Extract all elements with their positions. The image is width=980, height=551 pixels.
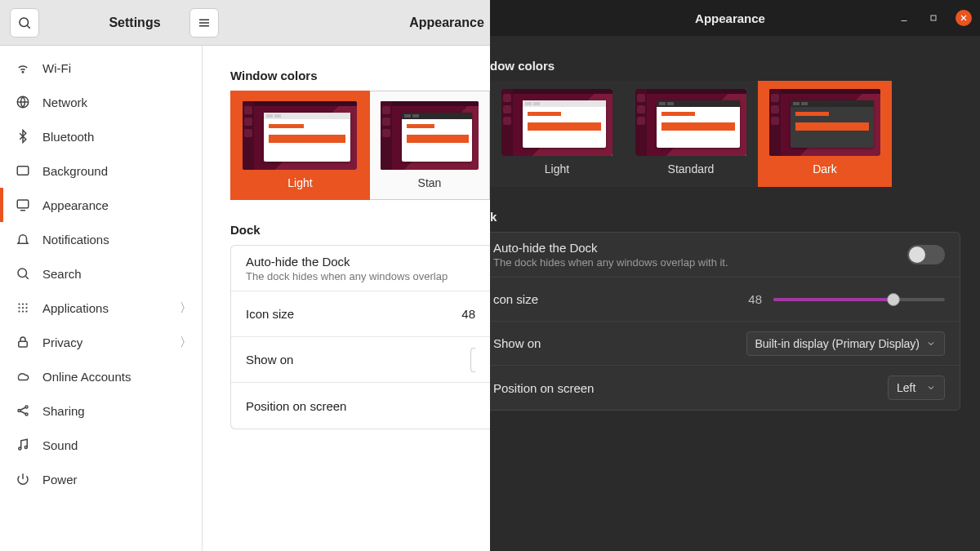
search-button[interactable]: [10, 8, 39, 38]
theme-option-standard[interactable]: Standard: [624, 81, 758, 187]
theme-thumbnail: [243, 101, 357, 170]
sidebar-item-label: Power: [42, 473, 192, 487]
settings-window-dark: Appearance dow colors Light: [490, 0, 980, 551]
svg-point-17: [25, 307, 27, 309]
sidebar-item-search[interactable]: Search: [0, 256, 202, 291]
sidebar-item-label: Applications: [42, 301, 168, 315]
position-select[interactable]: Left: [888, 375, 945, 400]
sidebar-item-label: Network: [42, 96, 192, 109]
appearance-icon: [15, 197, 31, 213]
sidebar-item-appearance[interactable]: Appearance: [0, 188, 202, 222]
theme-option-label: Light: [545, 162, 569, 176]
showon-select[interactable]: Built-in display (Primary Display): [746, 331, 946, 356]
theme-option-dark[interactable]: Dark: [758, 81, 892, 187]
sidebar-item-label: Privacy: [42, 335, 168, 349]
sidebar-item-sharing[interactable]: Sharing: [0, 393, 202, 428]
search-icon: [15, 265, 31, 282]
minimize-button[interactable]: [897, 11, 911, 25]
theme-thumbnail: [635, 89, 746, 156]
svg-point-27: [19, 447, 21, 450]
sidebar-item-bluetooth[interactable]: Bluetooth: [0, 119, 202, 153]
sidebar-item-network[interactable]: Network: [0, 85, 202, 119]
svg-line-1: [27, 25, 29, 28]
settings-window-light: Settings Appearance Wi-Fi Network Blueto…: [0, 0, 490, 551]
row-label: Auto-hide the Dock: [246, 255, 475, 269]
svg-point-20: [25, 310, 27, 312]
svg-point-19: [22, 310, 24, 312]
content-pane: Window colors Light Stan Do: [203, 46, 490, 551]
titlebar: Settings Appearance: [0, 0, 490, 46]
theme-option-label: Standard: [668, 162, 715, 176]
select-value: Left: [897, 381, 915, 394]
svg-rect-8: [17, 200, 29, 208]
sidebar-title: Settings: [90, 16, 180, 30]
sidebar-item-notifications[interactable]: Notifications: [0, 222, 202, 256]
dock-showon-row[interactable]: Show on: [231, 337, 490, 383]
dock-iconsize-row[interactable]: Icon size 48: [231, 291, 490, 337]
row-label: Position on screen: [493, 381, 878, 395]
sidebar-item-privacy[interactable]: Privacy 〉: [0, 325, 202, 359]
theme-option-light[interactable]: Light: [490, 81, 624, 187]
dock-heading: Dock: [230, 223, 490, 237]
window-colors-heading: dow colors: [490, 59, 980, 73]
select-value: Built-in display (Primary Display): [755, 337, 920, 350]
svg-line-26: [20, 411, 25, 414]
bluetooth-icon: [15, 128, 31, 144]
svg-line-11: [25, 276, 28, 278]
search-icon: [17, 16, 32, 30]
theme-option-standard[interactable]: Stan: [370, 91, 490, 200]
sidebar-item-online-accounts[interactable]: Online Accounts: [0, 359, 202, 393]
theme-thumbnail: [501, 89, 612, 156]
iconsize-value: 48: [461, 307, 475, 321]
apps-icon: [15, 300, 31, 316]
theme-option-light[interactable]: Light: [230, 91, 370, 200]
theme-thumbnail: [381, 101, 479, 170]
theme-options: Light Stan: [230, 91, 490, 200]
sidebar-item-label: Wi-Fi: [42, 61, 192, 75]
maximize-icon: [929, 13, 938, 23]
theme-option-label: Light: [287, 176, 312, 189]
iconsize-value: 48: [748, 292, 762, 306]
chevron-down-icon: [926, 383, 936, 393]
close-button[interactable]: [956, 10, 972, 26]
dock-heading: k: [490, 210, 980, 224]
dock-autohide-row[interactable]: Auto-hide the Dock The dock hides when a…: [231, 246, 490, 291]
sidebar-item-wifi[interactable]: Wi-Fi: [0, 51, 202, 85]
sidebar-item-applications[interactable]: Applications 〉: [0, 291, 202, 325]
maximize-button[interactable]: [926, 11, 941, 25]
chevron-right-icon: 〉: [180, 335, 192, 350]
sidebar-item-background[interactable]: Background: [0, 153, 202, 188]
sidebar-item-label: Search: [42, 267, 192, 281]
svg-point-16: [22, 307, 24, 309]
sidebar-item-sound[interactable]: Sound: [0, 428, 202, 462]
svg-point-22: [18, 410, 20, 412]
wifi-icon: [15, 60, 31, 76]
share-icon: [15, 402, 31, 419]
sidebar-item-power[interactable]: Power: [0, 462, 202, 496]
row-label: Icon size: [246, 307, 452, 321]
autohide-toggle[interactable]: [907, 245, 945, 264]
svg-point-12: [18, 303, 20, 304]
hamburger-button[interactable]: [189, 8, 219, 38]
sidebar-item-label: Background: [42, 164, 192, 178]
theme-option-label: Stan: [418, 176, 442, 189]
svg-line-25: [20, 407, 25, 410]
hamburger-icon: [197, 16, 212, 30]
dock-position-row[interactable]: Position on screen: [231, 383, 490, 429]
dock-settings-list: Auto-hide the Dock The dock hides when a…: [230, 245, 490, 429]
theme-option-label: Dark: [813, 162, 837, 176]
sidebar-item-label: Bluetooth: [42, 130, 192, 144]
network-icon: [15, 94, 31, 110]
row-subtitle: The dock hides when any windows overlap …: [493, 256, 898, 269]
titlebar: Appearance: [490, 0, 980, 36]
dock-position-row: Position on screen Left: [490, 366, 960, 410]
svg-rect-30: [931, 16, 936, 20]
row-label: Show on: [493, 336, 737, 350]
theme-options: Light Standard Dark: [490, 81, 980, 187]
svg-point-0: [20, 18, 29, 27]
iconsize-slider[interactable]: [773, 298, 945, 301]
svg-point-18: [18, 310, 20, 312]
sidebar: Wi-Fi Network Bluetooth Background Appea…: [0, 46, 203, 551]
row-label: Position on screen: [246, 399, 475, 413]
svg-point-13: [22, 303, 24, 304]
